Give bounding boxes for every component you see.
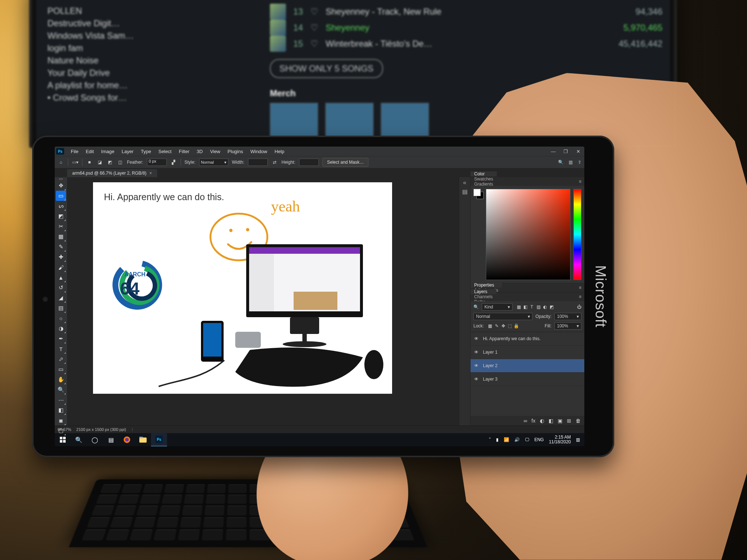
frame-tool[interactable]: ▦ — [56, 232, 66, 242]
menu-3d[interactable]: 3D — [193, 149, 206, 154]
action-center-icon[interactable]: ▥ — [576, 437, 580, 442]
brush-tool[interactable]: 🖌 — [56, 262, 66, 272]
opacity-input[interactable]: 100%▾ — [554, 313, 581, 320]
history-brush-tool[interactable]: ↺ — [56, 283, 66, 293]
layer-action-icon-0[interactable]: ∞ — [523, 418, 527, 424]
layer-row[interactable]: 👁Layer 3 — [471, 373, 584, 386]
sel-add-icon[interactable]: ◪ — [96, 159, 103, 166]
menu-view[interactable]: View — [206, 149, 224, 154]
shape-tool[interactable]: ▭ — [56, 364, 66, 374]
path-select-tool[interactable]: ⬀ — [56, 354, 66, 364]
explorer-taskbar-icon[interactable] — [135, 433, 151, 446]
screenmode-tool[interactable]: ▢ — [56, 425, 66, 436]
layer-action-icon-1[interactable]: fx — [531, 418, 535, 424]
task-view-button[interactable]: ▤ — [103, 433, 119, 446]
layer-row[interactable]: 👁THi. Apparently we can do this. — [471, 332, 584, 346]
color-field[interactable] — [486, 189, 570, 280]
layer-row[interactable]: 👁Layer 2 — [471, 359, 584, 373]
search-icon[interactable]: 🔍 — [558, 160, 564, 165]
marquee-preset-icon[interactable]: ▭▾ — [72, 159, 78, 166]
document-tab[interactable]: arm64.psd @ 66.7% (Layer 2, RGB/8) × — [67, 169, 157, 177]
edit-toolbar[interactable]: ⋯ — [56, 395, 66, 405]
dodge-tool[interactable]: ◑ — [56, 323, 66, 334]
layer-action-icon-2[interactable]: ◐ — [540, 418, 544, 424]
wifi-icon[interactable]: 📶 — [504, 437, 509, 442]
lasso-tool[interactable]: ᔕ — [56, 201, 66, 211]
swap-wh-icon[interactable]: ⇄ — [271, 159, 278, 166]
hand-tool[interactable]: ✋ — [56, 374, 66, 385]
visibility-icon[interactable]: 👁 — [473, 377, 479, 382]
menu-help[interactable]: Help — [271, 149, 288, 154]
panel-menu-icon[interactable]: ≡ — [576, 294, 584, 299]
home-icon[interactable]: ⌂ — [58, 159, 64, 166]
width-input[interactable] — [248, 159, 268, 166]
window-minimize-button[interactable]: — — [547, 147, 560, 156]
search-button[interactable]: 🔍 — [71, 433, 87, 446]
menu-type[interactable]: Type — [137, 149, 155, 154]
tab-properties[interactable]: Properties — [471, 283, 502, 288]
eraser-tool[interactable]: ◢ — [56, 293, 66, 303]
select-and-mask-button[interactable]: Select and Mask… — [322, 158, 369, 167]
layer-list[interactable]: 👁THi. Apparently we can do this.👁Layer 1… — [471, 332, 584, 416]
menu-filter[interactable]: Filter — [175, 149, 193, 154]
layer-action-icon-3[interactable]: ◧ — [549, 418, 553, 424]
height-input[interactable] — [299, 159, 319, 166]
tools-grip-icon[interactable]: «« — [57, 178, 65, 180]
marquee-tool[interactable]: ▭ — [56, 191, 66, 201]
move-tool[interactable]: ✥ — [56, 180, 66, 191]
heal-tool[interactable]: ✚ — [56, 252, 66, 262]
color-panel[interactable] — [471, 186, 584, 283]
eyedropper-tool[interactable]: ✎ — [56, 242, 66, 252]
display-icon[interactable]: 🖵 — [525, 437, 529, 442]
search-icon[interactable]: 🔍 — [473, 304, 479, 310]
sel-sub-icon[interactable]: ◩ — [107, 159, 113, 166]
visibility-icon[interactable]: 👁 — [473, 336, 479, 341]
lock-icons[interactable]: ▦✎✥⬚🔒 — [487, 323, 520, 328]
language-indicator[interactable]: ENG — [534, 437, 544, 442]
dock-panel-icon[interactable]: ▤ — [462, 188, 468, 195]
tab-channels[interactable]: Channels — [471, 294, 496, 299]
menu-edit[interactable]: Edit — [82, 149, 97, 154]
sel-intersect-icon[interactable]: ◫ — [117, 159, 123, 166]
menu-layer[interactable]: Layer — [118, 149, 138, 154]
layer-filter-icons[interactable]: ▦◧T▨◐◩ — [515, 304, 555, 310]
window-close-button[interactable]: ✕ — [572, 147, 584, 156]
visibility-icon[interactable]: 👁 — [473, 350, 479, 355]
layer-action-icon-6[interactable]: 🗑 — [576, 418, 581, 424]
expand-dock-icon[interactable]: « — [463, 179, 467, 186]
photoshop-taskbar-icon[interactable]: Ps — [151, 433, 167, 446]
layer-action-icon-5[interactable]: ⊞ — [567, 418, 571, 424]
fill-input[interactable]: 100%▾ — [554, 322, 581, 330]
crop-tool[interactable]: ✂ — [56, 221, 66, 232]
close-tab-icon[interactable]: × — [150, 171, 152, 176]
canvas-area[interactable]: Hi. Apparently we can do this. yeah — [67, 177, 459, 425]
menu-plugins[interactable]: Plugins — [224, 149, 247, 154]
menu-file[interactable]: File — [67, 149, 82, 154]
volume-icon[interactable]: 🔊 — [514, 437, 520, 442]
menu-image[interactable]: Image — [97, 149, 118, 154]
workspace-icon[interactable]: ▥ — [569, 160, 573, 165]
pen-tool[interactable]: ✒ — [56, 334, 66, 344]
visibility-icon[interactable]: 👁 — [473, 363, 479, 368]
layer-row[interactable]: 👁Layer 1 — [471, 346, 584, 359]
panel-menu-icon[interactable]: ≡ — [576, 179, 584, 184]
filter-toggle-icon[interactable]: ⏻ — [577, 304, 581, 310]
window-restore-button[interactable]: ❐ — [560, 147, 572, 156]
hue-slider[interactable] — [573, 189, 581, 280]
document-canvas[interactable]: Hi. Apparently we can do this. yeah — [93, 182, 392, 394]
menu-select[interactable]: Select — [155, 149, 175, 154]
layer-action-icon-4[interactable]: ▣ — [558, 418, 562, 424]
sel-new-icon[interactable]: ■ — [86, 159, 93, 166]
layer-filter-select[interactable]: Kind▾ — [482, 303, 512, 311]
tab-layers[interactable]: Layers — [471, 289, 496, 294]
type-tool[interactable]: T — [56, 344, 66, 354]
tray-up-icon[interactable]: ˄ — [489, 437, 491, 442]
status-more-icon[interactable]: 〉 — [131, 427, 135, 432]
tab-color[interactable]: Color — [471, 171, 497, 176]
menu-window[interactable]: Window — [247, 149, 271, 154]
share-icon[interactable]: ⇪ — [578, 160, 581, 165]
style-select[interactable]: Normal▾ — [199, 159, 228, 166]
clock[interactable]: 2:15 AM 11/18/2020 — [549, 435, 571, 444]
battery-icon[interactable]: ▮ — [496, 437, 499, 442]
zoom-tool[interactable]: 🔍 — [56, 385, 66, 395]
